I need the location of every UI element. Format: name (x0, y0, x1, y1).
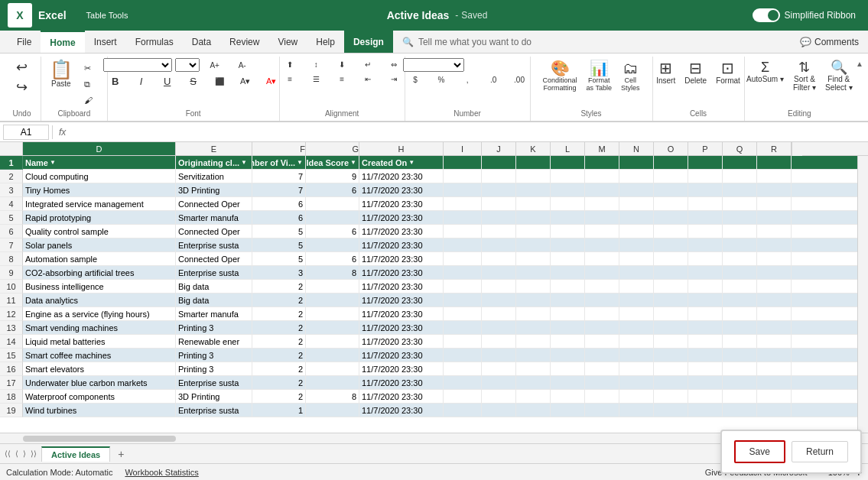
format-painter-button[interactable]: 🖌 (81, 93, 106, 107)
table-cell[interactable] (757, 197, 792, 210)
list-item[interactable]: Smart vending machinesPrinting 3211/7/20… (23, 321, 857, 335)
tab-help[interactable]: Help (307, 31, 344, 53)
table-cell[interactable]: 11/7/2020 23:30 (359, 238, 444, 251)
table-cell[interactable] (551, 307, 585, 320)
table-cell[interactable] (654, 362, 688, 375)
table-cell[interactable] (654, 238, 688, 251)
format-as-table-button[interactable]: 📊 Formatas Table (584, 58, 615, 94)
col-header-h[interactable]: H (359, 142, 444, 155)
table-cell[interactable] (516, 211, 551, 224)
table-cell[interactable] (516, 294, 551, 306)
decrease-font-button[interactable]: A- (230, 60, 255, 70)
table-cell[interactable]: Wind turbines (23, 404, 176, 417)
table-cell[interactable]: 2 (252, 335, 306, 348)
table-cell[interactable] (482, 362, 516, 375)
col-header-n[interactable]: N (619, 142, 654, 155)
table-cell[interactable]: 11/7/2020 23:30 (359, 266, 444, 279)
table-cell[interactable] (306, 280, 359, 293)
table-cell[interactable]: 8 (306, 266, 359, 279)
table-cell[interactable] (723, 183, 757, 196)
table-cell[interactable] (757, 225, 792, 238)
table-cell[interactable]: 2 (252, 307, 306, 320)
table-cell[interactable] (757, 252, 792, 265)
header-ideascore-dropdown[interactable]: ▼ (350, 159, 356, 166)
table-cell[interactable]: Printing 3 (176, 362, 252, 375)
table-cell[interactable] (551, 183, 585, 196)
table-cell[interactable] (723, 349, 757, 362)
tab-formulas[interactable]: Formulas (126, 31, 183, 53)
table-cell[interactable] (482, 197, 516, 210)
table-cell[interactable] (444, 321, 482, 334)
cell-styles-button[interactable]: 🗂 CellStyles (618, 58, 643, 94)
table-cell[interactable] (482, 266, 516, 279)
table-cell[interactable] (723, 335, 757, 348)
table-cell[interactable] (723, 376, 757, 389)
table-cell[interactable] (306, 349, 359, 362)
table-cell[interactable] (654, 390, 688, 403)
table-cell[interactable] (551, 349, 585, 362)
table-cell[interactable] (516, 225, 551, 238)
table-cell[interactable] (516, 197, 551, 210)
table-cell[interactable] (516, 183, 551, 196)
table-cell[interactable]: 11/7/2020 23:30 (359, 390, 444, 403)
strikethrough-button[interactable]: S (181, 73, 206, 89)
table-cell[interactable] (619, 225, 654, 238)
tab-insert[interactable]: Insert (85, 31, 126, 53)
table-cell[interactable]: 11/7/2020 23:30 (359, 225, 444, 238)
table-cell[interactable]: 2 (252, 362, 306, 375)
table-cell[interactable] (757, 211, 792, 224)
col-header-l[interactable]: L (551, 142, 585, 155)
table-cell[interactable] (619, 307, 654, 320)
table-cell[interactable] (654, 349, 688, 362)
toggle-switch[interactable] (753, 8, 780, 22)
table-cell[interactable] (516, 252, 551, 265)
cell-reference-input[interactable] (3, 125, 49, 140)
table-cell[interactable] (654, 294, 688, 306)
table-cell[interactable]: 11/7/2020 23:30 (359, 307, 444, 320)
col-header-e[interactable]: E (176, 142, 252, 155)
table-cell[interactable]: Enterprise susta (176, 238, 252, 251)
table-cell[interactable] (654, 197, 688, 210)
cut-button[interactable]: ✂ (81, 61, 106, 76)
table-cell[interactable] (688, 252, 723, 265)
table-cell[interactable]: 6 (306, 183, 359, 196)
table-cell[interactable]: Connected Oper (176, 252, 252, 265)
tab-design[interactable]: Design (344, 31, 393, 53)
table-cell[interactable]: Tiny Homes (23, 183, 176, 196)
table-cell[interactable]: Automation sample (23, 252, 176, 265)
copy-button[interactable]: ⧉ (81, 77, 106, 92)
table-cell[interactable]: Enterprise susta (176, 266, 252, 279)
col-header-p[interactable]: P (688, 142, 723, 155)
table-cell[interactable] (516, 335, 551, 348)
table-cell[interactable]: 2 (252, 376, 306, 389)
table-cell[interactable]: Smart vending machines (23, 321, 176, 334)
table-cell[interactable] (306, 238, 359, 251)
table-cell[interactable] (585, 170, 619, 183)
list-item[interactable]: Business intelligenceBig data211/7/2020 … (23, 280, 857, 294)
table-cell[interactable]: Renewable ener (176, 335, 252, 348)
table-cell[interactable] (444, 225, 482, 238)
table-cell[interactable] (444, 197, 482, 210)
table-cell[interactable] (444, 335, 482, 348)
table-cell[interactable] (482, 294, 516, 306)
number-format-select[interactable] (403, 58, 464, 72)
table-cell[interactable]: 5 (252, 252, 306, 265)
table-cell[interactable]: Engine as a service (flying hours) (23, 307, 176, 320)
table-cell[interactable] (757, 183, 792, 196)
table-cell[interactable] (723, 197, 757, 210)
table-cell[interactable] (306, 197, 359, 210)
table-cell[interactable] (654, 225, 688, 238)
table-cell[interactable]: 11/7/2020 23:30 (359, 335, 444, 348)
table-cell[interactable] (585, 280, 619, 293)
table-cell[interactable] (482, 225, 516, 238)
list-item[interactable]: Rapid prototypingSmarter manufa611/7/202… (23, 211, 857, 225)
table-cell[interactable] (654, 211, 688, 224)
table-cell[interactable]: Enterprise susta (176, 404, 252, 417)
table-cell[interactable]: CO2-absorbing artificial trees (23, 266, 176, 279)
table-cell[interactable]: 3 (252, 266, 306, 279)
table-cell[interactable]: 11/7/2020 23:30 (359, 376, 444, 389)
paste-button[interactable]: 📋 Paste (43, 58, 80, 108)
header-cell-originating[interactable]: Originating cl... ▼ (176, 156, 252, 169)
tab-home[interactable]: Home (41, 31, 84, 53)
table-cell[interactable]: 11/7/2020 23:30 (359, 362, 444, 375)
